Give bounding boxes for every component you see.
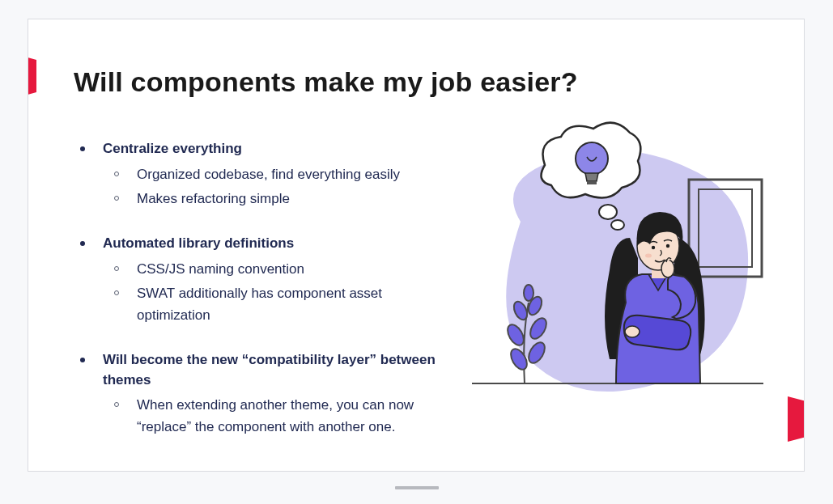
svg-point-22 [625,326,640,337]
sub-text: When extending another theme, you can no… [137,395,436,438]
slide-body: Centralize everything Organized codebase… [80,139,436,462]
svg-marker-0 [28,53,36,99]
svg-point-11 [524,285,533,301]
bullet-item: Automated library definitions CSS/JS nam… [80,234,436,326]
hollow-dot-icon [114,172,119,176]
hollow-dot-icon [114,290,119,295]
sub-text: Makes refactoring simple [137,188,290,210]
hollow-dot-icon [114,266,119,271]
sub-list: Organized codebase, find everything easi… [103,164,436,210]
svg-marker-1 [788,396,805,442]
sub-text: Organized codebase, find everything easi… [137,164,400,185]
bullet-label: Centralize everything [103,139,242,159]
svg-point-14 [576,142,608,175]
bullet-dot-icon [80,146,85,151]
sub-text: SWAT additionally has component asset op… [137,283,436,326]
slide-frame: Will components make my job easier? Cent… [28,19,805,472]
sub-item: Makes refactoring simple [103,188,436,210]
accent-shape-top-left-icon [28,53,46,99]
bullet-dot-icon [80,241,85,246]
sub-list: When extending another theme, you can no… [103,395,436,438]
hollow-dot-icon [114,196,119,201]
svg-point-20 [645,254,652,258]
svg-point-19 [666,244,669,248]
svg-rect-15 [587,181,597,184]
bullet-item: Will become the new “compatibility layer… [80,350,436,438]
hollow-dot-icon [114,402,119,407]
sub-item: Organized codebase, find everything easi… [103,164,436,185]
bullet-label: Automated library definitions [103,234,294,254]
sub-text: CSS/JS naming convention [137,259,304,280]
sub-item: When extending another theme, you can no… [103,395,436,438]
bullet-dot-icon [80,358,85,362]
sub-item: SWAT additionally has component asset op… [103,283,436,326]
svg-point-12 [611,220,624,230]
sub-item: CSS/JS naming convention [103,259,436,280]
slide-title: Will components make my job easier? [74,66,578,98]
thinking-woman-illustration-icon [456,116,780,408]
svg-point-21 [661,260,674,277]
bullet-item: Centralize everything Organized codebase… [80,139,436,210]
bullet-label: Will become the new “compatibility layer… [103,350,436,390]
bullet-list: Centralize everything Organized codebase… [80,139,436,438]
sub-list: CSS/JS naming convention SWAT additional… [103,259,436,326]
svg-point-13 [599,205,617,219]
drag-handle-icon[interactable] [395,486,439,489]
accent-shape-bottom-right-icon [780,396,805,442]
svg-point-18 [652,246,655,249]
